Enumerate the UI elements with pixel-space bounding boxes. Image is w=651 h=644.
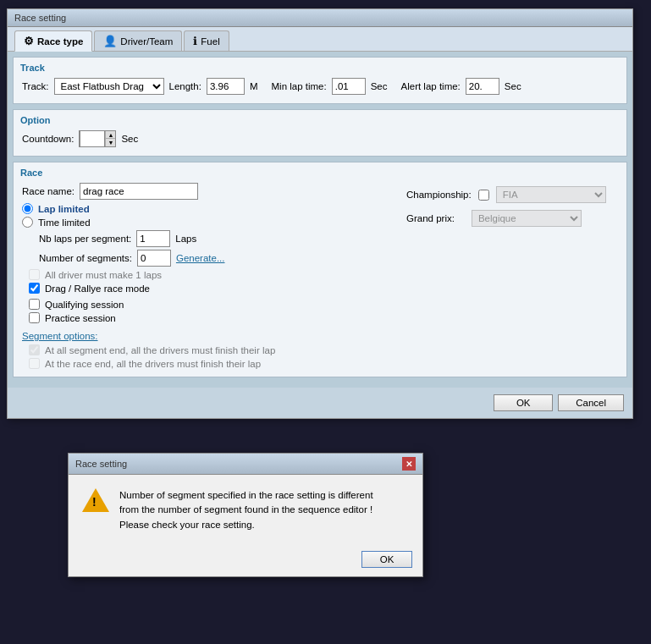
segment-options-link[interactable]: Segment options: — [22, 331, 98, 341]
track-section-label: Track — [20, 63, 618, 73]
footer-buttons: OK Cancel — [8, 388, 632, 418]
race-right-col: Championship: FIA Grand prix: Belgique — [406, 183, 618, 372]
alert-message: Number of segment specified in the race … — [119, 488, 409, 532]
spinner-down-btn[interactable]: ▼ — [105, 139, 115, 146]
time-limited-row: Time limited — [22, 217, 398, 228]
alert-titlebar: Race setting ✕ — [69, 454, 422, 475]
alert-warning-icon — [82, 488, 109, 515]
driver-team-icon: 👤 — [103, 35, 117, 47]
qualifying-checkbox[interactable] — [29, 299, 40, 310]
nb-laps-input[interactable] — [136, 230, 170, 247]
lap-limited-label: Lap limited — [38, 204, 90, 214]
seg-opt-2-checkbox[interactable] — [29, 358, 40, 369]
championship-checkbox[interactable] — [478, 190, 489, 201]
alert-lap-unit: Sec — [505, 81, 521, 91]
option-section: Option Countdown: ▲ ▼ Sec — [13, 109, 627, 157]
all-driver-row: All driver must make 1 laps — [29, 269, 398, 280]
grand-prix-select[interactable]: Belgique — [472, 210, 582, 227]
length-input[interactable] — [207, 78, 245, 95]
alert-body: Number of segment specified in the race … — [69, 475, 422, 546]
alert-close-btn[interactable]: ✕ — [402, 457, 416, 471]
lap-limited-radio[interactable] — [22, 203, 33, 214]
countdown-label: Countdown: — [22, 134, 74, 144]
alert-footer: OK — [69, 546, 422, 576]
fuel-icon: ℹ — [193, 35, 197, 47]
length-unit: M — [250, 81, 258, 91]
alert-title: Race setting — [75, 459, 127, 469]
tab-driver-team-label: Driver/Team — [120, 36, 173, 47]
practice-checkbox[interactable] — [29, 312, 40, 323]
nb-segments-input[interactable] — [137, 250, 171, 267]
content-area: Track Track: East Flatbush Drag Length: … — [8, 52, 632, 388]
practice-label: Practice session — [45, 313, 116, 323]
track-select[interactable]: East Flatbush Drag — [54, 78, 164, 95]
qualifying-row: Qualifying session — [29, 299, 398, 310]
race-name-label: Race name: — [22, 186, 74, 196]
generate-link[interactable]: Generate... — [176, 253, 225, 263]
nb-laps-label: Nb laps per segment: — [39, 234, 131, 244]
seg-opt-2-label: At the race end, all the drivers must fi… — [45, 359, 261, 369]
practice-row: Practice session — [29, 312, 398, 323]
countdown-spinner[interactable]: ▲ ▼ — [79, 130, 116, 147]
race-two-col: Race name: Lap limited Time limited Nb l… — [22, 183, 618, 372]
tab-race-type-label: Race type — [37, 36, 83, 47]
tab-race-type[interactable]: ⚙ Race type — [14, 30, 92, 52]
grand-prix-row: Grand prix: Belgique — [406, 210, 618, 227]
race-section-label: Race — [20, 168, 618, 178]
time-limited-label: Time limited — [38, 217, 91, 228]
race-section: Race Race name: Lap limited Time limited — [13, 162, 627, 377]
lap-limited-row: Lap limited — [22, 203, 398, 214]
all-driver-checkbox[interactable] — [29, 269, 40, 280]
drag-rally-row: Drag / Rallye race mode — [29, 283, 398, 294]
championship-select[interactable]: FIA — [496, 186, 606, 203]
ok-button[interactable]: OK — [494, 394, 553, 411]
drag-rally-label: Drag / Rallye race mode — [45, 283, 150, 294]
nb-segments-label: Number of segments: — [39, 253, 132, 263]
tab-fuel[interactable]: ℹ Fuel — [184, 30, 229, 51]
option-section-label: Option — [20, 115, 618, 125]
spinner-up-btn[interactable]: ▲ — [105, 131, 115, 139]
alert-lap-label: Alert lap time: — [401, 81, 461, 91]
alert-dialog: Race setting ✕ Number of segment specifi… — [68, 453, 423, 577]
seg-opt-1-row: At all segment end, all the drivers must… — [29, 344, 398, 355]
tabs-bar: ⚙ Race type 👤 Driver/Team ℹ Fuel — [8, 27, 632, 52]
length-label: Length: — [169, 81, 201, 91]
drag-rally-checkbox[interactable] — [29, 283, 40, 294]
nb-segments-row: Number of segments: Generate... — [39, 250, 398, 267]
qualifying-label: Qualifying session — [45, 300, 124, 310]
countdown-unit: Sec — [121, 134, 138, 144]
championship-label: Championship: — [406, 190, 472, 200]
tab-fuel-label: Fuel — [201, 36, 219, 47]
segment-options-wrap: Segment options: At all segment end, all… — [22, 330, 398, 369]
race-type-icon: ⚙ — [24, 35, 34, 47]
track-row: Track: East Flatbush Drag Length: M Min … — [22, 78, 618, 95]
championship-row: Championship: FIA — [406, 186, 618, 203]
alert-ok-button[interactable]: OK — [361, 551, 412, 568]
track-label: Track: — [22, 81, 49, 91]
main-title: Race setting — [14, 13, 66, 23]
spinner-buttons: ▲ ▼ — [105, 131, 115, 146]
min-lap-input[interactable] — [332, 78, 366, 95]
race-name-input[interactable] — [80, 183, 198, 200]
seg-opt-1-label: At all segment end, all the drivers must… — [45, 345, 275, 355]
main-titlebar: Race setting — [8, 9, 632, 27]
track-section: Track Track: East Flatbush Drag Length: … — [13, 57, 627, 104]
race-left-col: Race name: Lap limited Time limited Nb l… — [22, 183, 398, 372]
race-name-row: Race name: — [22, 183, 398, 200]
cancel-button[interactable]: Cancel — [558, 394, 624, 411]
countdown-row: Countdown: ▲ ▼ Sec — [22, 130, 618, 147]
grand-prix-label: Grand prix: — [406, 213, 455, 223]
main-dialog: Race setting ⚙ Race type 👤 Driver/Team ℹ… — [7, 8, 633, 419]
countdown-input[interactable] — [80, 130, 105, 147]
time-limited-radio[interactable] — [22, 217, 33, 228]
alert-lap-input[interactable] — [466, 78, 499, 95]
nb-laps-unit: Laps — [175, 234, 196, 244]
min-lap-unit: Sec — [371, 81, 388, 91]
seg-opt-1-checkbox[interactable] — [29, 344, 40, 355]
nb-laps-row: Nb laps per segment: Laps — [39, 230, 398, 247]
tab-driver-team[interactable]: 👤 Driver/Team — [94, 30, 182, 51]
seg-opt-2-row: At the race end, all the drivers must fi… — [29, 358, 398, 369]
min-lap-label: Min lap time: — [272, 81, 327, 91]
all-driver-label: All driver must make 1 laps — [45, 270, 162, 280]
